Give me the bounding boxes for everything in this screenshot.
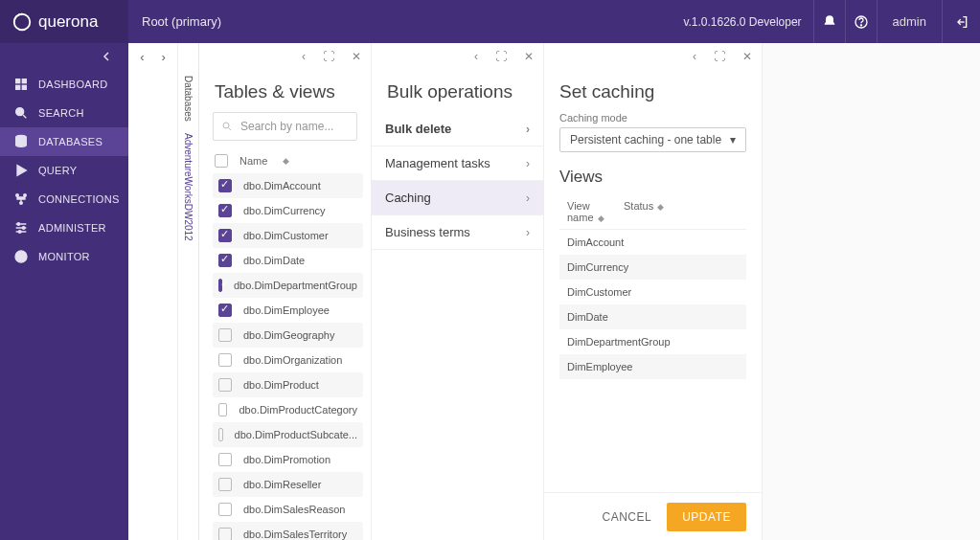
row-checkbox[interactable] [218,254,232,267]
logout-icon[interactable] [942,0,980,43]
sidebar-item-label: CONNECTIONS [38,193,120,205]
table-row[interactable]: dbo.DimCustomer [213,223,363,248]
table-row[interactable]: dbo.DimAccount [213,173,363,198]
vtab-adventureworks[interactable]: AdventureWorksDW2012 [183,127,194,247]
table-row[interactable]: dbo.DimEmployee [213,298,363,323]
row-checkbox[interactable] [218,304,232,317]
table-row[interactable]: dbo.DimSalesReason [213,497,363,522]
update-button[interactable]: UPDATE [667,503,746,531]
row-name: dbo.DimPromotion [243,454,330,465]
svg-point-12 [20,202,23,205]
table-row[interactable]: dbo.DimProductSubcate... [213,422,363,447]
row-checkbox[interactable] [218,453,232,466]
svg-point-13 [17,223,20,226]
row-checkbox[interactable] [218,478,232,491]
bulk-item-caching[interactable]: Caching› [372,181,543,215]
table-row[interactable]: dbo.DimDepartmentGroup [213,273,363,298]
user-label[interactable]: admin [877,0,942,43]
sidebar-item-query[interactable]: QUERY [0,156,128,185]
row-checkbox[interactable] [218,204,232,217]
column-status[interactable]: Status [624,200,653,212]
sidebar-item-connections[interactable]: CONNECTIONS [0,185,128,214]
row-checkbox[interactable] [218,403,227,416]
bulk-item-bulk-delete[interactable]: Bulk delete› [372,112,543,146]
view-row[interactable]: DimCurrency [559,255,746,280]
vtab-databases[interactable]: Databases [183,70,194,127]
bulk-item-management-tasks[interactable]: Management tasks› [372,146,543,181]
svg-marker-9 [17,166,26,176]
sidebar-item-label: SEARCH [38,107,84,119]
sidebar-item-databases[interactable]: DATABASES [0,127,128,156]
vertical-tabs: Databases AdventureWorksDW2012 [178,43,199,540]
sidebar-item-monitor[interactable]: MONITOR [0,242,128,271]
sidebar-collapse-button[interactable] [0,43,128,70]
panel-expand-icon[interactable]: ⛶ [495,50,507,63]
view-row[interactable]: DimAccount [559,230,746,255]
help-icon[interactable] [845,0,877,43]
table-row[interactable]: dbo.DimReseller [213,472,363,497]
brand-name: querona [38,12,98,32]
row-checkbox[interactable] [218,179,232,192]
select-all-checkbox[interactable] [215,154,228,168]
sort-icon[interactable]: ◆ [598,214,604,223]
row-name: dbo.DimCurrency [243,205,326,216]
row-checkbox[interactable] [218,428,223,441]
panel-close-icon[interactable]: ✕ [742,50,752,63]
row-checkbox[interactable] [218,328,232,342]
sidebar: DASHBOARD SEARCH DATABASES QUERY CONNECT… [0,43,128,540]
view-row[interactable]: DimEmployee [559,354,746,379]
nav-back-icon[interactable]: ‹ [140,50,144,64]
brand-logo[interactable]: querona [0,0,128,43]
notifications-icon[interactable] [813,0,845,43]
dashboard-icon [13,77,29,92]
sidebar-item-administer[interactable]: ADMINISTER [0,214,128,242]
row-checkbox[interactable] [218,378,232,392]
bulk-item-label: Management tasks [385,156,490,170]
panel-back-icon[interactable]: ‹ [474,50,478,63]
bulk-operations-panel: ‹ ⛶ ✕ Bulk operations Bulk delete›Manage… [372,43,544,540]
view-row[interactable]: DimDepartmentGroup [559,329,746,354]
row-checkbox[interactable] [218,353,232,367]
svg-rect-6 [22,85,27,90]
sidebar-item-dashboard[interactable]: DASHBOARD [0,70,128,99]
bulk-item-business-terms[interactable]: Business terms› [372,215,543,250]
row-name: dbo.DimProductSubcate... [235,429,357,440]
cancel-button[interactable]: CANCEL [603,510,652,524]
table-row[interactable]: dbo.DimOrganization [213,348,363,372]
sort-icon[interactable]: ◆ [283,156,289,166]
sort-icon[interactable]: ◆ [657,202,664,212]
row-name: dbo.DimProduct [243,379,319,391]
table-row[interactable]: dbo.DimProduct [213,372,363,397]
panel-expand-icon[interactable]: ⛶ [323,50,334,63]
svg-point-7 [16,108,24,116]
svg-rect-4 [22,79,27,83]
table-row[interactable]: dbo.DimSalesTerritory [213,522,363,540]
panel-close-icon[interactable]: ✕ [524,50,534,63]
nav-forward-icon[interactable]: › [162,50,166,64]
panel-back-icon[interactable]: ‹ [302,50,306,63]
panel-close-icon[interactable]: ✕ [352,50,361,63]
table-row[interactable]: dbo.DimPromotion [213,447,363,472]
view-row[interactable]: DimDate [559,304,746,329]
row-checkbox[interactable] [218,229,232,242]
tables-search-input[interactable]: Search by name... [213,112,357,141]
column-view-name[interactable]: View name [567,200,594,223]
tables-list[interactable]: dbo.DimAccountdbo.DimCurrencydbo.DimCust… [199,173,371,540]
caching-mode-select[interactable]: Persistent caching - one table ▾ [559,127,746,152]
table-row[interactable]: dbo.DimCurrency [213,198,363,223]
row-name: dbo.DimCustomer [243,230,329,241]
search-icon [13,105,29,121]
view-row[interactable]: DimCustomer [559,280,746,304]
column-name[interactable]: Name [239,155,267,167]
table-row[interactable]: dbo.DimProductCategory [213,397,363,422]
sidebar-item-search[interactable]: SEARCH [0,99,128,127]
panel-back-icon[interactable]: ‹ [693,50,696,63]
row-checkbox[interactable] [218,279,222,292]
row-checkbox[interactable] [218,503,232,516]
breadcrumb[interactable]: Root (primary) [128,14,221,29]
row-name: dbo.DimReseller [243,479,321,490]
table-row[interactable]: dbo.DimGeography [213,323,363,348]
table-row[interactable]: dbo.DimDate [213,248,363,273]
row-checkbox[interactable] [218,528,232,540]
panel-expand-icon[interactable]: ⛶ [714,50,725,63]
